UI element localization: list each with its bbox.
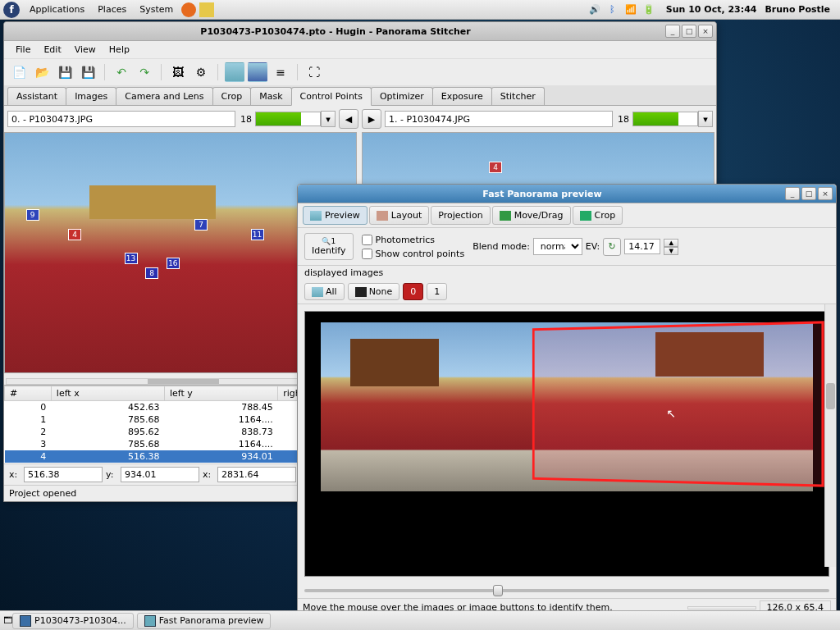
cp-marker[interactable]: 4 [489,162,502,173]
displayed-images-row: All None 0 1 [298,280,836,304]
preview-canvas[interactable]: ↖ [304,311,829,577]
preview-icon[interactable] [225,62,244,82]
ev-spin-down-icon[interactable]: ▾ [664,247,678,255]
y1-label: y: [106,469,117,480]
crop-icon [580,211,591,221]
y1-input[interactable] [121,467,199,482]
hugin-task-icon [20,615,31,627]
image-1-toggle[interactable]: 1 [427,283,447,300]
clock[interactable]: Sun 10 Oct, 23:44 [666,4,757,15]
gl-preview-icon[interactable] [248,62,267,82]
close-button[interactable]: × [698,25,713,38]
menu-applications[interactable]: Applications [23,2,91,16]
preview-titlebar[interactable]: Fast Panorama preview _ □ × [298,185,836,203]
minimize-button[interactable]: _ [785,187,800,200]
redo-icon[interactable]: ↷ [135,62,154,82]
volume-icon[interactable]: 🔊 [587,2,602,17]
tab-camera-lens[interactable]: Camera and Lens [116,87,212,105]
maximize-button[interactable]: □ [682,25,696,38]
preview-icon [310,211,322,221]
show-cp-checkbox[interactable]: Show control points [362,249,465,259]
display-all-button[interactable]: All [304,283,345,300]
preview-hfov-slider[interactable] [298,583,836,598]
prev-pair-button[interactable]: ◀ [339,109,358,129]
hugin-window-title: P1030473-P1030474.pto - Hugin - Panorama… [7,26,664,37]
tab-movedrag[interactable]: Move/Drag [492,206,571,225]
menu-places[interactable]: Places [91,2,133,16]
tab-exposure[interactable]: Exposure [432,87,492,105]
cp-marker[interactable]: 9 [26,209,39,221]
taskbar-preview[interactable]: Fast Panorama preview [137,613,272,629]
bluetooth-icon[interactable]: ᛒ [605,2,620,17]
add-images-icon[interactable]: 🖼 [168,62,188,82]
cp-marker[interactable]: 13 [125,253,138,264]
hugin-menubar: File Edit View Help [4,41,716,59]
all-icon [312,287,323,297]
undo-icon[interactable]: ↶ [112,62,131,82]
cp-marker[interactable]: 11 [251,229,264,240]
close-button[interactable]: × [818,187,833,200]
ev-reset-icon[interactable]: ↻ [603,238,621,256]
menu-system[interactable]: System [133,2,180,16]
right-image-select[interactable] [385,111,613,127]
preview-vscroll[interactable] [824,304,836,567]
x1-label: x: [9,469,21,480]
maximize-button[interactable]: □ [801,187,816,200]
menu-help[interactable]: Help [103,43,136,57]
fedora-menu-icon[interactable]: f [3,2,20,18]
notes-launcher-icon[interactable] [199,2,214,17]
fullscreen-icon[interactable]: ⛶ [304,62,324,82]
cp-list-icon[interactable]: ≡ [271,62,290,82]
hugin-titlebar[interactable]: P1030473-P1030474.pto - Hugin - Panorama… [4,22,716,41]
ev-input[interactable] [624,239,660,254]
save-as-icon[interactable]: 💾 [78,62,98,82]
menu-file[interactable]: File [9,43,37,57]
network-icon[interactable]: 📶 [623,2,638,17]
x1-input[interactable] [24,467,103,482]
next-pair-button[interactable]: ▶ [362,109,381,129]
tab-preview[interactable]: Preview [303,206,368,225]
ev-label: EV: [586,241,600,252]
tab-control-points[interactable]: Control Points [291,87,372,106]
tab-assistant[interactable]: Assistant [7,87,66,105]
cp-marker[interactable]: 8 [145,267,158,279]
col-leftx[interactable]: left x [51,386,164,401]
col-num[interactable]: # [5,386,52,401]
taskbar-hugin[interactable]: P1030473-P10304... [12,613,134,629]
x2-input[interactable] [217,467,296,482]
cp-marker[interactable]: 4 [68,229,81,240]
left-image-select[interactable] [7,111,235,127]
minimize-button[interactable]: _ [665,25,680,38]
tab-crop[interactable]: Crop [573,206,623,225]
new-project-icon[interactable]: 📄 [9,62,29,82]
tab-crop[interactable]: Crop [212,87,252,105]
optimize-icon[interactable]: ⚙ [191,62,211,82]
tab-optimizer[interactable]: Optimizer [371,87,433,105]
tab-layout[interactable]: Layout [369,206,429,225]
col-lefty[interactable]: left y [165,386,278,401]
tab-stitcher[interactable]: Stitcher [491,87,545,105]
open-project-icon[interactable]: 📂 [32,62,52,82]
identify-button[interactable]: 🔍1 Identify [304,233,354,260]
photometrics-checkbox[interactable]: Photometrics [362,235,465,245]
cp-marker[interactable]: 7 [194,219,208,231]
tab-projection[interactable]: Projection [431,206,490,225]
cp-marker[interactable]: 16 [167,258,180,269]
left-image-dropdown-icon[interactable]: ▾ [321,111,336,127]
user-menu[interactable]: Bruno Postle [765,4,830,15]
firefox-launcher-icon[interactable] [181,2,196,17]
battery-icon[interactable]: 🔋 [641,2,656,17]
image-0-toggle[interactable]: 0 [403,283,423,300]
status-text: Project opened [9,488,76,499]
tab-mask[interactable]: Mask [250,87,291,105]
menu-view[interactable]: View [68,43,103,57]
tab-images[interactable]: Images [66,87,116,105]
display-none-button[interactable]: None [348,283,400,300]
menu-edit[interactable]: Edit [37,43,67,57]
cp-image-selector-row: 18 ▾ ◀ ▶ 18 ▾ [4,106,716,132]
show-desktop-icon[interactable]: 🗔 [3,615,12,626]
blend-mode-select[interactable]: normal [533,238,582,255]
save-project-icon[interactable]: 💾 [55,62,75,82]
right-cp-count: 18 [613,114,632,125]
right-image-dropdown-icon[interactable]: ▾ [698,111,713,127]
